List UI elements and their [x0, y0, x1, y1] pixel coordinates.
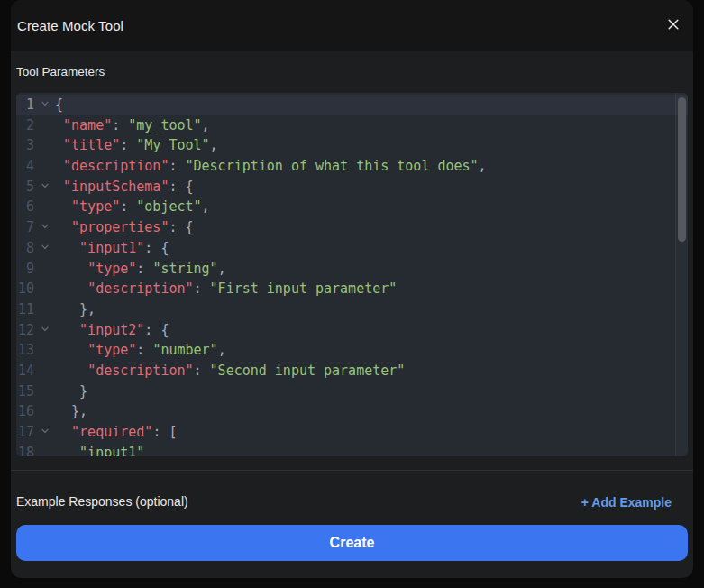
editor-scrollbar-track[interactable]	[675, 93, 688, 456]
json-key-token: "type"	[71, 198, 120, 215]
json-string-token: "string"	[152, 261, 217, 277]
json-string-token: "Second input parameter"	[210, 363, 406, 379]
code-line: 16 },	[16, 401, 688, 422]
json-key-token: "description"	[87, 363, 193, 379]
json-punctuation-token: ,	[479, 158, 487, 174]
json-punctuation-token: },	[55, 403, 87, 419]
json-punctuation-token: ,	[202, 198, 210, 215]
tool-parameters-label: Tool Parameters	[16, 64, 693, 79]
line-number: 13	[16, 340, 34, 361]
code-line: 5 "inputSchema": {	[16, 177, 688, 198]
json-key-token: "properties"	[71, 219, 169, 235]
json-punctuation-token	[55, 445, 79, 456]
code-line: 13 "type": "number",	[16, 340, 688, 361]
create-button[interactable]: Create	[16, 525, 688, 561]
json-key-token: "input2"	[79, 322, 144, 338]
json-punctuation-token: : {	[144, 240, 169, 256]
line-number: 5	[16, 177, 34, 198]
json-punctuation-token	[55, 424, 71, 440]
json-key-token: "description"	[63, 158, 169, 174]
line-number: 7	[16, 217, 34, 238]
line-number: 4	[16, 156, 34, 177]
code-line: 3 "title": "My Tool",	[16, 135, 688, 156]
json-key-token: "name"	[63, 117, 112, 133]
json-string-token: "First input parameter"	[210, 280, 398, 297]
dialog-title: Create Mock Tool	[17, 18, 123, 33]
editor-scrollbar-thumb[interactable]	[678, 97, 686, 242]
code-line: 1{	[16, 95, 688, 115]
dialog-header: Create Mock Tool	[11, 0, 693, 51]
code-line: 7 "properties": {	[16, 217, 688, 238]
fold-chevron-icon[interactable]	[34, 238, 55, 259]
tool-parameters-code-editor[interactable]: 1{2 "name": "my_tool",3 "title": "My Too…	[16, 93, 688, 456]
code-lines: 1{2 "name": "my_tool",3 "title": "My Too…	[16, 93, 688, 456]
json-punctuation-token: : [	[152, 424, 177, 440]
line-number: 10	[16, 279, 34, 299]
json-punctuation-token: :	[120, 198, 136, 215]
json-punctuation-token	[55, 219, 71, 235]
example-responses-label: Example Responses (optional)	[16, 494, 188, 510]
json-key-token: "description"	[87, 280, 193, 297]
line-number: 16	[16, 401, 34, 422]
json-punctuation-token: : {	[169, 219, 193, 235]
json-punctuation-token: : {	[144, 322, 169, 338]
close-icon	[666, 17, 681, 34]
code-line: 18 "input1"	[16, 443, 688, 456]
json-punctuation-token: :	[136, 342, 152, 358]
json-punctuation-token: :	[112, 117, 128, 133]
json-punctuation-token: :	[194, 280, 210, 297]
code-line: 11 },	[16, 299, 688, 320]
json-punctuation-token: },	[55, 301, 96, 317]
json-punctuation-token: :	[169, 158, 185, 174]
line-number: 12	[16, 320, 34, 341]
code-line: 8 "input1": {	[16, 238, 688, 259]
line-number: 9	[16, 259, 34, 280]
close-button[interactable]	[661, 14, 686, 39]
fold-chevron-icon[interactable]	[34, 422, 55, 443]
json-punctuation-token: ,	[202, 117, 210, 133]
json-punctuation-token: : {	[169, 179, 193, 195]
line-number: 8	[16, 238, 34, 259]
code-line: 15 }	[16, 381, 688, 402]
line-number: 18	[16, 443, 34, 456]
json-key-token: "input1"	[79, 240, 144, 256]
add-example-button[interactable]: + Add Example	[581, 495, 672, 510]
section-divider	[11, 470, 693, 471]
json-punctuation-token: :	[136, 261, 152, 277]
json-punctuation-token	[55, 117, 63, 133]
code-line: 4 "description": "Description of what th…	[16, 156, 688, 177]
code-line: 12 "input2": {	[16, 320, 688, 341]
line-number: 3	[16, 135, 34, 156]
example-responses-row: Example Responses (optional) + Add Examp…	[16, 494, 672, 510]
line-number: 14	[16, 361, 34, 381]
json-punctuation-token	[55, 240, 79, 256]
line-number: 15	[16, 381, 34, 402]
line-number: 2	[16, 115, 34, 136]
json-string-token: "input1"	[79, 445, 144, 456]
fold-chevron-icon[interactable]	[34, 320, 55, 341]
json-punctuation-token	[55, 342, 87, 358]
json-key-token: "type"	[87, 261, 136, 277]
json-punctuation-token	[55, 158, 63, 174]
line-number: 17	[16, 422, 34, 443]
line-number: 1	[16, 95, 34, 115]
fold-chevron-icon[interactable]	[34, 95, 55, 115]
json-punctuation-token	[55, 179, 63, 195]
json-punctuation-token: ,	[218, 261, 226, 277]
json-punctuation-token: ,	[218, 342, 226, 358]
json-key-token: "type"	[87, 342, 136, 358]
json-key-token: "required"	[71, 424, 152, 440]
code-line: 17 "required": [	[16, 422, 688, 443]
json-punctuation-token	[55, 322, 79, 338]
code-line: 6 "type": "object",	[16, 197, 688, 217]
fold-chevron-icon[interactable]	[34, 177, 55, 198]
json-punctuation-token	[55, 280, 87, 297]
json-key-token: "inputSchema"	[63, 179, 169, 195]
code-line: 10 "description": "First input parameter…	[16, 279, 688, 299]
json-punctuation-token: :	[120, 137, 136, 153]
json-punctuation-token	[55, 198, 71, 215]
json-string-token: "number"	[152, 342, 217, 358]
json-punctuation-token: }	[55, 383, 87, 400]
fold-chevron-icon[interactable]	[34, 217, 55, 238]
json-punctuation-token	[55, 137, 63, 153]
